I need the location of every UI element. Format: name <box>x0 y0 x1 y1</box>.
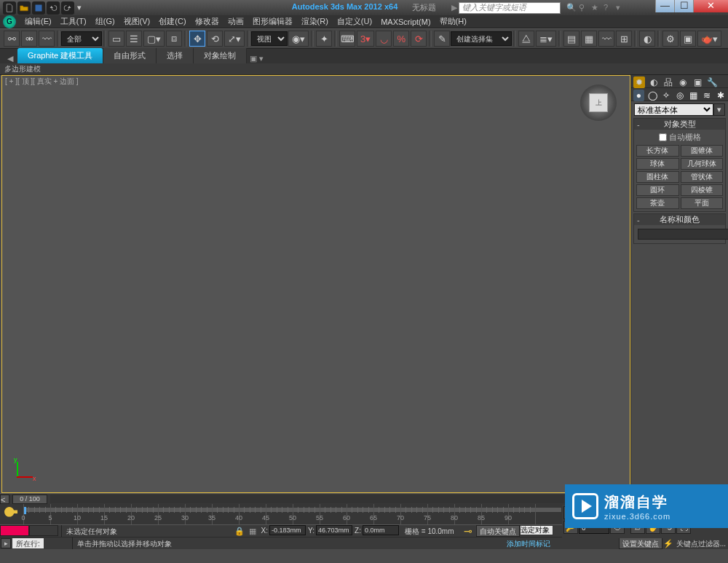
key-filter-button[interactable]: 关键点过滤器... <box>674 538 728 549</box>
menu-edit[interactable]: 编辑(E) <box>20 15 56 28</box>
maximize-button[interactable]: ☐ <box>674 0 693 12</box>
ribbon-tab-graphite[interactable]: Graphite 建模工具 <box>17 48 103 63</box>
spacewarps-cat-icon[interactable]: ≋ <box>702 90 713 101</box>
menu-maxscript[interactable]: MAXScript(M) <box>376 16 435 28</box>
redo-icon[interactable] <box>61 1 74 15</box>
menu-render[interactable]: 渲染(R) <box>297 15 333 28</box>
key-toggle-icon[interactable]: ⊸ <box>460 525 476 537</box>
helpers-cat-icon[interactable]: ▦ <box>688 90 699 101</box>
schematic-view-icon[interactable]: ⊞ <box>616 31 632 47</box>
category-dropdown-arrow-icon[interactable]: ▾ <box>713 103 725 116</box>
obj-torus-button[interactable]: 圆环 <box>636 184 679 196</box>
autogrid-checkbox[interactable] <box>659 133 667 141</box>
obj-pyramid-button[interactable]: 四棱锥 <box>681 184 724 196</box>
viewport[interactable]: [ + ][ 顶 ][ 真实 + 边面 ] 上 y x <box>1 75 630 493</box>
modify-tab-icon[interactable]: ◐ <box>648 76 660 88</box>
utilities-tab-icon[interactable]: 🔧 <box>706 76 718 88</box>
obj-plane-button[interactable]: 平面 <box>681 197 724 209</box>
angle-snap-icon[interactable]: ◡ <box>376 31 392 47</box>
bind-space-warp-icon[interactable]: 〰 <box>39 31 55 47</box>
z-coord-input[interactable] <box>363 525 399 535</box>
help-search-input[interactable] <box>459 2 561 14</box>
y-coord-input[interactable] <box>316 525 352 535</box>
window-crossing-icon[interactable]: ⧈ <box>166 31 182 47</box>
render-icon[interactable]: 🫖▾ <box>697 31 721 47</box>
ribbon-minimize-icon[interactable]: ▣ ▾ <box>250 54 264 63</box>
search-icon[interactable]: 🔍 <box>566 3 577 13</box>
set-key-button[interactable]: 设置关键点 <box>619 538 662 549</box>
viewport-label[interactable]: [ + ][ 顶 ][ 真实 + 边面 ] <box>5 76 79 87</box>
pivot-center-icon[interactable]: ◉▾ <box>288 31 309 47</box>
obj-sphere-button[interactable]: 球体 <box>636 158 679 170</box>
open-file-icon[interactable] <box>17 1 31 15</box>
edit-named-sel-icon[interactable]: ✎ <box>434 31 450 47</box>
expand-track-icon[interactable]: ▸ <box>1 538 11 548</box>
time-slider-handle[interactable]: 0 / 100 <box>12 495 47 504</box>
qat-dropdown-icon[interactable]: ▾ <box>76 1 83 15</box>
menu-help[interactable]: 帮助(H) <box>435 15 471 28</box>
menu-tools[interactable]: 工具(T) <box>56 15 91 28</box>
ribbon-tab-object-paint[interactable]: 对象绘制 <box>194 48 247 63</box>
add-time-tag-button[interactable]: 添加时间标记 <box>502 538 555 549</box>
geometry-cat-icon[interactable]: ● <box>633 90 644 101</box>
snap-toggle-icon[interactable]: 3▾ <box>357 31 374 47</box>
select-region-icon[interactable]: ▢▾ <box>143 31 165 47</box>
display-tab-icon[interactable]: ▣ <box>692 76 703 88</box>
close-button[interactable]: ✕ <box>693 0 728 12</box>
obj-cone-button[interactable]: 圆锥体 <box>681 145 724 157</box>
keyboard-shortcut-icon[interactable]: ⌨ <box>339 31 355 47</box>
primitive-category-dropdown[interactable]: 标准基本体 <box>634 103 713 116</box>
systems-cat-icon[interactable]: ✱ <box>715 90 726 101</box>
link-icon[interactable]: ⚲ <box>579 3 589 13</box>
selected-sets-dropdown[interactable] <box>520 525 553 535</box>
graphite-toggle-icon[interactable]: ▦ <box>581 31 597 47</box>
percent-snap-icon[interactable]: % <box>393 31 409 47</box>
menu-animation[interactable]: 动画 <box>223 15 248 28</box>
new-file-icon[interactable] <box>3 1 16 15</box>
select-move-icon[interactable]: ✥ <box>189 31 205 47</box>
lock-selection-icon[interactable]: 🔒 <box>233 525 246 537</box>
obj-box-button[interactable]: 长方体 <box>636 145 679 157</box>
search-arrow-icon[interactable]: ▶ <box>451 3 457 12</box>
x-coord-input[interactable] <box>269 525 306 535</box>
menu-customize[interactable]: 自定义(U) <box>333 15 376 28</box>
obj-geosphere-button[interactable]: 几何球体 <box>681 158 724 170</box>
save-file-icon[interactable] <box>32 1 45 15</box>
rendered-frame-icon[interactable]: ▣ <box>680 31 696 47</box>
obj-tube-button[interactable]: 管状体 <box>681 171 724 183</box>
ref-coord-dropdown[interactable]: 视图 <box>251 31 288 46</box>
link-icon[interactable]: ⚯ <box>4 31 20 47</box>
key-filter-icon[interactable]: ⚡ <box>662 538 674 549</box>
view-cube[interactable]: 上 <box>580 84 617 121</box>
menu-modifiers[interactable]: 修改器 <box>191 15 223 28</box>
select-by-name-icon[interactable]: ☰ <box>126 31 142 47</box>
hierarchy-tab-icon[interactable]: 品 <box>662 76 674 88</box>
material-editor-icon[interactable]: ◐ <box>639 31 655 47</box>
menu-create[interactable]: 创建(C) <box>154 15 190 28</box>
select-manipulate-icon[interactable]: ✦ <box>316 31 332 47</box>
create-tab-icon[interactable]: ✹ <box>633 76 645 88</box>
lights-cat-icon[interactable]: ✧ <box>660 90 671 101</box>
spinner-snap-icon[interactable]: ⟳ <box>411 31 427 47</box>
menu-group[interactable]: 组(G) <box>91 15 119 28</box>
rollout-object-type[interactable]: -对象类型 <box>634 119 725 130</box>
layers-manager-icon[interactable]: ▤ <box>563 31 579 47</box>
app-menu-button[interactable]: G <box>3 15 16 28</box>
menu-graph-editors[interactable]: 图形编辑器 <box>248 15 297 28</box>
rollout-name-color[interactable]: -名称和颜色 <box>634 214 725 225</box>
mirror-icon[interactable]: ⧋ <box>518 31 534 47</box>
select-scale-icon[interactable]: ⤢▾ <box>224 31 245 47</box>
obj-teapot-button[interactable]: 茶壶 <box>636 197 679 209</box>
selection-filter-dropdown[interactable]: 全部 <box>61 31 102 46</box>
obj-cylinder-button[interactable]: 圆柱体 <box>636 171 679 183</box>
select-object-icon[interactable]: ▭ <box>108 31 124 47</box>
view-cube-face[interactable]: 上 <box>589 93 608 112</box>
ribbon-collapse-left-icon[interactable]: ◀ <box>3 54 17 63</box>
curve-editor-icon[interactable]: 〰 <box>598 31 614 47</box>
ribbon-tab-selection[interactable]: 选择 <box>157 48 194 63</box>
help-dropdown-icon[interactable]: ▾ <box>616 3 626 13</box>
minimize-button[interactable]: — <box>655 0 674 12</box>
help-icon[interactable]: ? <box>604 3 614 13</box>
undo-icon[interactable] <box>47 1 60 15</box>
named-selection-dropdown[interactable]: 创建选择集 <box>451 31 512 46</box>
